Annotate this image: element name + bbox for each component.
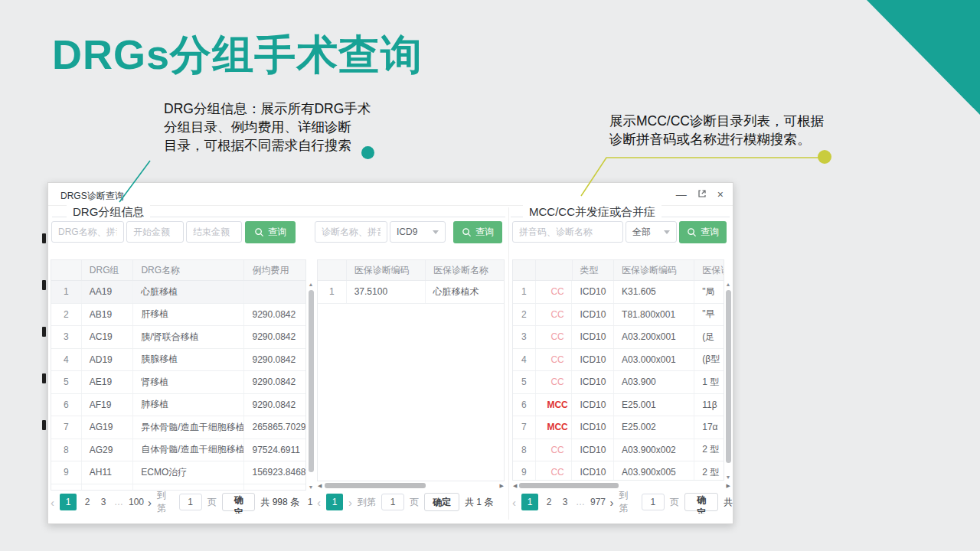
page-size-select-clipped[interactable]: 1 xyxy=(305,497,315,507)
table-row[interactable]: 7 AG19 异体骨髓/造血干细胞移植 265865.7029 xyxy=(51,416,305,439)
page-button[interactable]: 1 xyxy=(521,494,538,510)
goto-label: 到第 xyxy=(619,491,636,514)
table-row[interactable]: 8 CC ICD10 A03.900x002 2 型 xyxy=(513,439,724,462)
edge-mark xyxy=(42,420,46,430)
scrollbar-thumb[interactable] xyxy=(325,483,426,488)
confirm-button[interactable]: 确定 xyxy=(684,493,718,511)
diagnosis-table: 医保诊断编码 医保诊断名称 1 37.5100 心脏移植术 xyxy=(317,259,505,281)
cc-type: CC xyxy=(536,304,573,326)
minimize-icon[interactable]: — xyxy=(676,189,687,200)
prev-page-button[interactable]: ‹ xyxy=(51,497,54,508)
table-row[interactable]: 10 AH19 气管切开伴呼吸机支持治疗 84578.7834 xyxy=(51,484,305,491)
search-icon xyxy=(462,227,472,237)
close-icon[interactable]: × xyxy=(717,189,724,200)
scroll-down-icon[interactable]: ▼ xyxy=(725,474,731,480)
goto-label: 到第 xyxy=(157,491,174,514)
prev-page-button[interactable]: ‹ xyxy=(512,497,516,508)
window-titlebar[interactable]: DRGS诊断查询 — × xyxy=(48,183,733,206)
table-row[interactable]: 7 MCC ICD10 E25.002 17α xyxy=(513,416,724,439)
table-row[interactable]: 2 CC ICD10 T81.800x001 "早 xyxy=(513,304,724,327)
page-button[interactable]: 3 xyxy=(98,497,109,507)
horizontal-scrollbar[interactable]: ◀ ▶ xyxy=(317,481,505,490)
scrollbar-thumb[interactable] xyxy=(519,483,619,488)
maximize-icon[interactable] xyxy=(697,189,707,200)
prev-page-button[interactable]: ‹ xyxy=(317,497,321,508)
vertical-scrollbar[interactable]: ▲ ▼ xyxy=(725,281,731,481)
table-row[interactable]: 6 MCC ICD10 E25.001 11β xyxy=(513,394,724,417)
scroll-up-icon[interactable]: ▲ xyxy=(308,282,314,287)
diagnosis-pagination: ‹ 1 › 到第 页 确定 共 1 条 xyxy=(317,491,505,514)
horizontal-scrollbar[interactable]: ◀ ▶ xyxy=(512,481,731,490)
scroll-up-icon[interactable]: ▲ xyxy=(725,282,731,287)
drg-table: DRG组 DRG名称 例均费用 1 AA19 心脏移植 2 AB19 肝移植 9… xyxy=(51,259,306,281)
goto-page-input[interactable] xyxy=(642,494,665,510)
diagnosis-query-button[interactable]: 查询 xyxy=(453,221,502,243)
end-amount-input[interactable] xyxy=(186,221,242,243)
section-title-drg: DRG分组信息 xyxy=(67,205,150,220)
page-ellipsis: … xyxy=(576,497,585,507)
panel-divider xyxy=(508,207,509,520)
table-row[interactable]: 3 AC19 胰/肾联合移植 9290.0842 xyxy=(51,326,305,349)
page-button[interactable]: 2 xyxy=(82,497,93,507)
mcc-scope-select[interactable]: 全部 xyxy=(626,221,677,243)
drg-name-input[interactable] xyxy=(51,221,124,243)
mcc-table-header: 类型 医保诊断编码 医保诊断名称 xyxy=(512,259,724,281)
annotation-left: DRG分组信息：展示所有DRG手术 分组目录、例均费用、详细诊断 目录，可根据不… xyxy=(164,99,386,155)
scroll-left-icon[interactable]: ◀ xyxy=(513,483,517,488)
cc-type: MCC xyxy=(536,416,573,439)
table-row[interactable]: 4 AD19 胰腺移植 9290.0842 xyxy=(51,349,305,372)
page-unit-label: 页 xyxy=(207,496,217,509)
scrollbar-thumb[interactable] xyxy=(726,290,731,463)
goto-page-input[interactable] xyxy=(179,494,202,510)
drg-query-button[interactable]: 查询 xyxy=(245,221,296,243)
total-count: 共 998 条 xyxy=(260,496,299,509)
table-row[interactable]: 6 AF19 肺移植 9290.0842 xyxy=(51,394,305,417)
page-button[interactable]: 100 xyxy=(129,497,142,507)
scroll-right-icon[interactable]: ▶ xyxy=(727,483,730,488)
mcc-query-button[interactable]: 查询 xyxy=(679,221,727,243)
scrollbar-thumb[interactable] xyxy=(309,290,314,472)
start-amount-input[interactable] xyxy=(126,221,184,243)
table-row[interactable]: 9 AH11 ECMO治疗 156923.8468 xyxy=(51,461,305,484)
goto-page-input[interactable] xyxy=(381,494,404,510)
section-title-mcc: MCC/CC并发症或合并症 xyxy=(523,205,662,220)
next-page-button[interactable]: › xyxy=(348,497,352,508)
page-button[interactable]: 3 xyxy=(560,497,570,507)
scroll-right-icon[interactable]: ▶ xyxy=(500,483,504,488)
page-unit-label: 页 xyxy=(670,496,679,509)
callout-dot-teal xyxy=(361,146,374,159)
confirm-button[interactable]: 确定 xyxy=(222,493,256,511)
page-button[interactable]: 1 xyxy=(326,494,343,510)
drg-table-header: DRG组 DRG名称 例均费用 xyxy=(51,259,306,281)
table-row[interactable]: 5 AE19 肾移植 9290.0842 xyxy=(51,371,305,394)
table-row[interactable]: 5 CC ICD10 A03.900 1 型 xyxy=(513,371,724,394)
scroll-left-icon[interactable]: ◀ xyxy=(318,483,322,488)
table-row[interactable]: 9 CC ICD10 A03.900x005 2 型 xyxy=(513,461,724,481)
diagnosis-name-input[interactable] xyxy=(315,221,387,243)
edge-mark xyxy=(42,280,46,290)
page-button[interactable]: 2 xyxy=(544,497,554,507)
callout-dot-olive xyxy=(818,150,831,164)
goto-label: 到第 xyxy=(358,496,376,509)
table-row[interactable]: 1 AA19 心脏移植 xyxy=(51,281,305,304)
edge-mark xyxy=(42,327,46,337)
edge-mark xyxy=(42,233,46,243)
chevron-down-icon xyxy=(433,230,439,234)
next-page-button[interactable]: › xyxy=(148,497,152,508)
icd-version-select[interactable]: ICD9 xyxy=(390,221,446,243)
app-window: DRGS诊断查询 — × DRG分组信息 MCC/CC并发症或合并症 xyxy=(47,182,733,524)
vertical-scrollbar[interactable]: ▲ ▼ xyxy=(308,281,314,491)
page-button[interactable]: 977 xyxy=(590,497,605,507)
table-row[interactable]: 1 CC ICD10 K31.605 "局 xyxy=(513,281,724,304)
table-row[interactable]: 8 AG29 自体骨髓/造血干细胞移植 97524.6911 xyxy=(51,439,305,462)
scroll-down-icon[interactable]: ▼ xyxy=(308,484,314,490)
table-row[interactable]: 4 CC ICD10 A03.000x001 (β型 xyxy=(513,349,724,372)
mcc-pinyin-input[interactable] xyxy=(512,221,623,243)
table-row[interactable]: 2 AB19 肝移植 9290.0842 xyxy=(51,304,305,327)
page-unit-label: 页 xyxy=(410,496,419,509)
table-row[interactable]: 1 37.5100 心脏移植术 xyxy=(318,281,504,304)
page-button[interactable]: 1 xyxy=(60,494,77,510)
confirm-button[interactable]: 确定 xyxy=(424,493,459,511)
table-row[interactable]: 3 CC ICD10 A03.200x001 (足 xyxy=(513,326,724,349)
next-page-button[interactable]: › xyxy=(610,497,614,508)
